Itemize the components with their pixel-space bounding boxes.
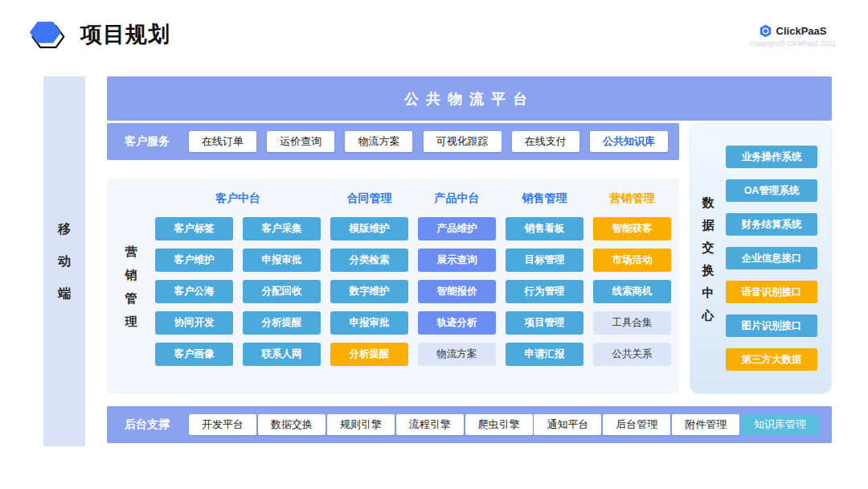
backend-items: 开发平台 数据交换 规则引擎 流程引擎 爬虫引擎 通知平台 后台管理 附件管理 … [189,414,819,435]
matrix-cell[interactable]: 申报审批 [330,311,408,335]
dx-button-business-ops[interactable]: 业务操作系统 [726,146,817,168]
be-button-data-exchange[interactable]: 数据交换 [258,414,326,435]
backend-support-label: 后台支撑 [125,417,170,432]
customer-service-row: 客户服务 在线订单 运价查询 物流方案 可视化跟踪 在线支付 公共知识库 [107,123,679,160]
matrix-cell[interactable]: 智能获客 [593,217,671,240]
matrix-cell[interactable]: 目标管理 [506,249,583,272]
be-button-dev-platform[interactable]: 开发平台 [189,414,256,435]
matrix-area: 客户中台 合同管理 产品中台 销售管理 营销管理 客户标签 客户采集 模版维护 … [155,179,680,394]
customer-service-items: 在线订单 运价查询 物流方案 可视化跟踪 在线支付 公共知识库 [189,131,668,152]
matrix-header: 产品中台 [418,190,496,206]
data-exchange-side-col: 数据交换中心 [690,124,726,393]
matrix-cell[interactable]: 行为管理 [506,280,583,303]
matrix-cell[interactable]: 轨迹分析 [418,311,496,335]
clickpaas-logo-icon [759,24,772,38]
page-title-block: 项目规划 [29,16,170,53]
dx-button-oa[interactable]: OA管理系统 [726,179,817,202]
matrix-cell[interactable]: 客户维护 [155,249,233,272]
be-button-notify-platform[interactable]: 通知平台 [534,414,601,435]
be-button-attachment-mgmt[interactable]: 附件管理 [672,414,739,435]
mobile-side-bar-label: 移动端 [56,213,72,310]
platform-banner: 公共物流平台 [107,76,832,121]
be-button-flow-engine[interactable]: 流程引擎 [396,414,464,435]
marketing-matrix: 营销管理 客户中台 合同管理 产品中台 销售管理 营销管理 客户标签 客户采集 … [107,179,679,394]
brand-name: ClickPaaS [776,25,827,37]
matrix-cell[interactable]: 销售看板 [506,217,583,240]
matrix-cell[interactable]: 申报审批 [243,249,321,272]
matrix-header-row: 客户中台 合同管理 产品中台 销售管理 营销管理 [155,190,671,206]
matrix-cell[interactable]: 工具合集 [593,311,671,335]
be-button-kb-mgmt[interactable]: 知识库管理 [741,414,819,435]
brand-copyright: Copyright@ ClickPaaS 2022 [744,39,841,47]
matrix-cell[interactable]: 智能报价 [418,280,496,303]
customer-service-label: 客户服务 [125,134,170,149]
matrix-header: 合同管理 [330,190,408,206]
matrix-header: 营销管理 [593,190,671,206]
dx-button-bigdata[interactable]: 第三方大数据 [726,348,817,371]
matrix-cell[interactable]: 物流方案 [418,343,496,366]
page: 项目规划 ClickPaaS Copyright@ ClickPaaS 2022… [0,0,868,489]
matrix-cell[interactable]: 线索商机 [593,280,671,303]
mobile-side-bar: 移动端 [43,76,85,446]
matrix-cell[interactable]: 客户画像 [155,343,233,366]
cs-button-online-payment[interactable]: 在线支付 [512,131,579,152]
be-button-rule-engine[interactable]: 规则引擎 [327,414,395,435]
matrix-cell[interactable]: 协同开发 [155,311,233,335]
matrix-cell[interactable]: 数字维护 [330,280,408,303]
matrix-side-col: 营销管理 [107,179,155,394]
dx-button-enterprise-info[interactable]: 企业信息接口 [726,247,817,269]
backend-support-row: 后台支撑 开发平台 数据交换 规则引擎 流程引擎 爬虫引擎 通知平台 后台管理 … [107,406,832,443]
cs-button-public-kb[interactable]: 公共知识库 [590,131,668,152]
data-exchange-panel: 数据交换中心 业务操作系统 OA管理系统 财务结算系统 企业信息接口 语音识别接… [690,123,832,394]
matrix-cell[interactable]: 分析提醒 [330,343,408,366]
hexagon-logo-icon [29,16,66,53]
cs-button-online-order[interactable]: 在线订单 [189,131,256,152]
cs-button-visual-tracking[interactable]: 可视化跟踪 [424,131,502,152]
cs-button-logistics-plan[interactable]: 物流方案 [345,131,412,152]
matrix-cell[interactable]: 项目管理 [506,311,583,335]
matrix-cell[interactable]: 客户公海 [155,280,233,303]
data-exchange-label: 数据交换中心 [700,191,716,327]
matrix-cell[interactable]: 展示查询 [418,249,496,272]
dx-button-finance[interactable]: 财务结算系统 [726,213,817,236]
matrix-header: 销售管理 [506,190,583,206]
matrix-cell[interactable]: 公共关系 [593,343,671,366]
matrix-cell[interactable]: 申请汇报 [506,343,583,366]
matrix-cell[interactable]: 分析提醒 [243,311,321,335]
dx-button-image-api[interactable]: 图片识别接口 [726,314,817,337]
matrix-cell[interactable]: 市场活动 [593,249,671,272]
matrix-body: 客户标签 客户采集 模版维护 产品维护 销售看板 智能获客 客户维护 申报审批 … [155,217,671,366]
be-button-crawler-engine[interactable]: 爬虫引擎 [465,414,533,435]
page-title: 项目规划 [80,20,170,49]
be-button-backend-mgmt[interactable]: 后台管理 [603,414,670,435]
data-exchange-items: 业务操作系统 OA管理系统 财务结算系统 企业信息接口 语音识别接口 图片识别接… [726,124,831,393]
matrix-header: 客户中台 [155,190,321,206]
brand-block: ClickPaaS Copyright@ ClickPaaS 2022 [744,24,841,47]
matrix-cell[interactable]: 联系人网 [243,343,321,366]
matrix-cell[interactable]: 客户采集 [243,217,321,240]
matrix-cell[interactable]: 产品维护 [418,217,496,240]
matrix-side-label: 营销管理 [123,240,139,333]
dx-button-speech-api[interactable]: 语音识别接口 [726,281,817,303]
matrix-cell[interactable]: 分配回收 [243,280,321,303]
cs-button-freight-query[interactable]: 运价查询 [267,131,334,152]
matrix-cell[interactable]: 客户标签 [155,217,233,240]
matrix-cell[interactable]: 分类检索 [330,249,408,272]
matrix-cell[interactable]: 模版维护 [330,217,408,240]
